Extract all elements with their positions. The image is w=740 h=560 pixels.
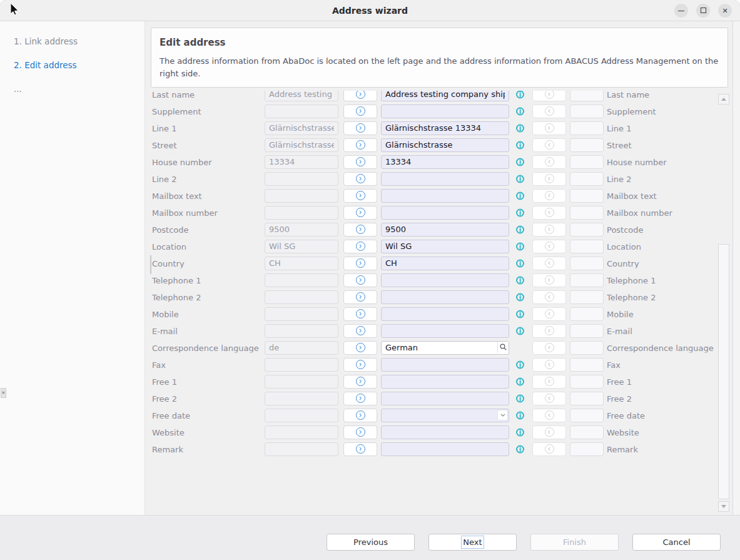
abadoc-field[interactable] <box>265 206 338 220</box>
copy-to-right-button[interactable]: › <box>343 138 377 152</box>
abadoc-field[interactable] <box>265 172 338 186</box>
copy-to-left-button[interactable]: ‹ <box>532 341 566 355</box>
info-icon[interactable]: i <box>516 360 524 369</box>
copy-to-right-button[interactable]: › <box>343 358 377 372</box>
abacus-field[interactable] <box>381 189 509 203</box>
info-icon[interactable]: i <box>516 191 524 200</box>
copy-to-right-button[interactable]: › <box>343 324 377 338</box>
abadoc-field[interactable] <box>265 375 338 389</box>
abacus-field[interactable] <box>381 257 509 270</box>
copy-to-right-button[interactable]: › <box>343 155 377 169</box>
extra-field[interactable] <box>570 290 604 304</box>
extra-field[interactable] <box>570 240 604 253</box>
info-icon[interactable]: i <box>516 124 524 132</box>
info-icon[interactable]: i <box>516 428 524 436</box>
extra-field[interactable] <box>570 223 604 237</box>
extra-field[interactable] <box>570 138 604 152</box>
info-icon[interactable]: i <box>516 377 524 385</box>
sidebar-step-1[interactable]: 1. Link address <box>14 36 78 46</box>
copy-to-right-button[interactable]: › <box>343 206 377 220</box>
abadoc-field[interactable] <box>265 324 338 338</box>
abadoc-field[interactable] <box>265 307 338 321</box>
copy-to-left-button[interactable]: ‹ <box>532 442 566 456</box>
copy-to-left-button[interactable]: ‹ <box>532 240 566 253</box>
abacus-field[interactable] <box>381 341 509 355</box>
abacus-field[interactable] <box>381 442 509 456</box>
info-icon[interactable]: i <box>516 327 524 335</box>
abadoc-field[interactable] <box>265 121 338 135</box>
abadoc-field[interactable] <box>265 442 338 456</box>
abadoc-field[interactable] <box>265 240 338 253</box>
abadoc-field[interactable] <box>265 257 338 270</box>
copy-to-right-button[interactable]: › <box>343 189 377 203</box>
copy-to-left-button[interactable]: ‹ <box>532 409 566 422</box>
abacus-field[interactable] <box>381 138 509 152</box>
abadoc-field[interactable] <box>265 104 338 118</box>
previous-button[interactable]: Previous <box>327 534 415 551</box>
copy-to-right-button[interactable]: › <box>343 442 377 456</box>
info-icon[interactable]: i <box>516 225 524 233</box>
abadoc-field[interactable] <box>265 392 338 405</box>
copy-to-right-button[interactable]: › <box>343 121 377 135</box>
abacus-field[interactable] <box>381 392 509 405</box>
info-icon[interactable]: i <box>516 107 524 115</box>
copy-to-right-button[interactable]: › <box>343 341 377 355</box>
abacus-field[interactable] <box>381 104 509 118</box>
lookup-button[interactable] <box>497 342 509 353</box>
extra-field[interactable] <box>570 273 604 287</box>
copy-to-left-button[interactable]: ‹ <box>532 273 566 287</box>
extra-field[interactable] <box>570 155 604 169</box>
copy-to-right-button[interactable]: › <box>343 240 377 253</box>
abadoc-field[interactable] <box>265 91 338 101</box>
abacus-field[interactable] <box>381 324 509 338</box>
copy-to-left-button[interactable]: ‹ <box>532 425 566 439</box>
extra-field[interactable] <box>570 91 604 101</box>
info-icon[interactable]: i <box>516 411 524 419</box>
abacus-field[interactable] <box>381 91 509 101</box>
abacus-field[interactable] <box>381 206 509 220</box>
copy-to-right-button[interactable]: › <box>343 223 377 237</box>
copy-to-right-button[interactable]: › <box>343 257 377 270</box>
scroll-up-button[interactable] <box>718 94 729 104</box>
copy-to-right-button[interactable]: › <box>343 172 377 186</box>
cancel-button[interactable]: Cancel <box>632 534 721 551</box>
abadoc-field[interactable] <box>265 138 338 152</box>
abacus-field[interactable] <box>381 121 509 135</box>
info-icon[interactable]: i <box>516 293 524 301</box>
copy-to-right-button[interactable]: › <box>343 409 377 422</box>
extra-field[interactable] <box>570 121 604 135</box>
extra-field[interactable] <box>570 324 604 338</box>
info-icon[interactable]: i <box>516 259 524 267</box>
copy-to-right-button[interactable]: › <box>343 104 377 118</box>
abacus-field[interactable] <box>381 223 509 237</box>
abadoc-field[interactable] <box>265 155 338 169</box>
abadoc-field[interactable] <box>265 341 338 355</box>
copy-to-left-button[interactable]: ‹ <box>532 121 566 135</box>
copy-to-left-button[interactable]: ‹ <box>532 375 566 389</box>
extra-field[interactable] <box>570 206 604 220</box>
date-dropdown-button[interactable] <box>497 410 508 420</box>
sidebar-step-3[interactable]: ... <box>14 84 22 94</box>
abacus-field[interactable] <box>381 155 509 169</box>
extra-field[interactable] <box>570 358 604 372</box>
copy-to-left-button[interactable]: ‹ <box>532 155 566 169</box>
info-icon[interactable]: i <box>516 445 524 453</box>
abacus-field[interactable] <box>381 240 509 253</box>
sidebar-step-2[interactable]: 2. Edit address <box>14 60 77 70</box>
copy-to-right-button[interactable]: › <box>343 273 377 287</box>
copy-to-left-button[interactable]: ‹ <box>532 189 566 203</box>
abacus-field[interactable] <box>381 409 509 422</box>
copy-to-left-button[interactable]: ‹ <box>532 358 566 372</box>
abacus-field[interactable] <box>381 425 509 439</box>
extra-field[interactable] <box>570 257 604 270</box>
abadoc-field[interactable] <box>265 409 338 422</box>
abadoc-field[interactable] <box>265 273 338 287</box>
abacus-field[interactable] <box>381 375 509 389</box>
info-icon[interactable]: i <box>516 276 524 284</box>
next-button[interactable]: Next <box>428 534 517 551</box>
extra-field[interactable] <box>570 409 604 422</box>
copy-to-left-button[interactable]: ‹ <box>532 91 566 101</box>
close-button[interactable]: ✕ <box>718 4 732 18</box>
info-icon[interactable]: i <box>516 242 524 250</box>
copy-to-right-button[interactable]: › <box>343 375 377 389</box>
